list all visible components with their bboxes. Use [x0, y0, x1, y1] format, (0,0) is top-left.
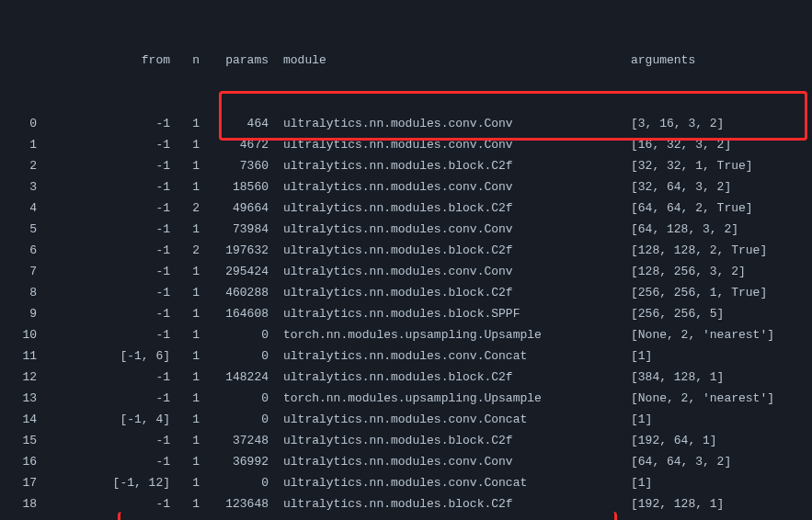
- cell-n: 1: [170, 409, 200, 430]
- cell-n: 2: [170, 240, 200, 261]
- cell-from: -1: [37, 430, 170, 451]
- cell-index: 10: [11, 324, 37, 345]
- table-row: 5-1173984ultralytics.nn.modules.conv.Con…: [11, 219, 801, 240]
- cell-n: 1: [170, 134, 200, 155]
- table-row: 4-1249664ultralytics.nn.modules.block.C2…: [11, 198, 801, 219]
- cell-params: 464: [200, 113, 269, 134]
- table-row: 19-11147712ultralytics.nn.modules.conv.C…: [11, 514, 801, 520]
- cell-module: torch.nn.modules.upsampling.Upsample: [269, 324, 631, 345]
- table-header-row: from n params module arguments: [11, 50, 801, 71]
- cell-module: ultralytics.nn.modules.block.C2f: [269, 430, 631, 451]
- cell-params: 0: [200, 324, 269, 345]
- cell-index: 16: [11, 451, 37, 472]
- col-header-n: n: [170, 50, 200, 71]
- cell-from: -1: [37, 134, 170, 155]
- cell-params: 0: [200, 345, 269, 367]
- cell-params: 36992: [200, 451, 269, 472]
- cell-index: 15: [11, 430, 37, 451]
- cell-args: [128, 128, 3, 2]: [631, 514, 801, 520]
- cell-args: [128, 256, 3, 2]: [631, 261, 801, 282]
- cell-index: 3: [11, 176, 37, 198]
- cell-args: [64, 128, 3, 2]: [631, 219, 801, 240]
- cell-from: -1: [37, 303, 170, 324]
- cell-n: 1: [170, 493, 200, 514]
- cell-args: [1]: [631, 409, 801, 430]
- col-header-module: module: [269, 50, 631, 71]
- cell-params: 164608: [200, 303, 269, 324]
- cell-params: 73984: [200, 219, 269, 240]
- table-row: 15-1137248ultralytics.nn.modules.block.C…: [11, 430, 801, 451]
- cell-n: 1: [170, 303, 200, 324]
- cell-args: [3, 16, 3, 2]: [631, 113, 801, 134]
- cell-from: -1: [37, 451, 170, 472]
- cell-params: 147712: [200, 514, 269, 520]
- cell-n: 1: [170, 261, 200, 282]
- cell-from: -1: [37, 388, 170, 409]
- cell-params: 197632: [200, 240, 269, 261]
- cell-index: 5: [11, 219, 37, 240]
- cell-module: ultralytics.nn.modules.block.C2f: [269, 282, 631, 303]
- cell-params: 295424: [200, 261, 269, 282]
- cell-args: [32, 32, 1, True]: [631, 155, 801, 176]
- cell-from: -1: [37, 240, 170, 261]
- cell-module: torch.nn.modules.upsampling.Upsample: [269, 388, 631, 409]
- cell-module: ultralytics.nn.modules.block.C2f: [269, 367, 631, 388]
- cell-args: [64, 64, 3, 2]: [631, 451, 801, 472]
- model-summary-table: from n params module arguments 0-11464ul…: [11, 7, 801, 520]
- cell-args: [384, 128, 1]: [631, 367, 801, 388]
- cell-from: -1: [37, 282, 170, 303]
- cell-args: [256, 256, 1, True]: [631, 282, 801, 303]
- cell-module: ultralytics.nn.modules.conv.Conv: [269, 134, 631, 155]
- cell-args: [192, 128, 1]: [631, 493, 801, 514]
- cell-index: 6: [11, 240, 37, 261]
- cell-index: 0: [11, 113, 37, 134]
- cell-n: 1: [170, 472, 200, 493]
- cell-n: 1: [170, 430, 200, 451]
- cell-args: [None, 2, 'nearest']: [631, 324, 801, 345]
- table-row: 6-12197632ultralytics.nn.modules.block.C…: [11, 240, 801, 261]
- cell-from: -1: [37, 113, 170, 134]
- table-row: 7-11295424ultralytics.nn.modules.conv.Co…: [11, 261, 801, 282]
- cell-n: 1: [170, 388, 200, 409]
- cell-module: ultralytics.nn.modules.conv.Concat: [269, 472, 631, 493]
- cell-from: -1: [37, 219, 170, 240]
- table-row: 16-1136992ultralytics.nn.modules.conv.Co…: [11, 451, 801, 472]
- cell-index: 19: [11, 514, 37, 520]
- cell-from: -1: [37, 261, 170, 282]
- cell-module: ultralytics.nn.modules.block.C2f: [269, 240, 631, 261]
- cell-n: 1: [170, 367, 200, 388]
- cell-index: 14: [11, 409, 37, 430]
- cell-args: [192, 64, 1]: [631, 430, 801, 451]
- table-row: 14[-1, 4]10ultralytics.nn.modules.conv.C…: [11, 409, 801, 430]
- cell-module: ultralytics.nn.modules.conv.Conv: [269, 261, 631, 282]
- cell-module: ultralytics.nn.modules.block.C2f: [269, 493, 631, 514]
- cell-from: [-1, 4]: [37, 409, 170, 430]
- cell-params: 37248: [200, 430, 269, 451]
- cell-from: -1: [37, 367, 170, 388]
- table-row: 12-11148224ultralytics.nn.modules.block.…: [11, 367, 801, 388]
- table-row: 17[-1, 12]10ultralytics.nn.modules.conv.…: [11, 472, 801, 493]
- cell-module: ultralytics.nn.modules.conv.Conv: [269, 514, 631, 520]
- cell-module: ultralytics.nn.modules.block.SPPF: [269, 303, 631, 324]
- cell-n: 1: [170, 155, 200, 176]
- cell-index: 4: [11, 198, 37, 219]
- cell-module: ultralytics.nn.modules.block.C2f: [269, 155, 631, 176]
- cell-from: [-1, 6]: [37, 345, 170, 367]
- col-header-index: [11, 50, 37, 71]
- cell-params: 4672: [200, 134, 269, 155]
- cell-args: [32, 64, 3, 2]: [631, 176, 801, 198]
- table-row: 1-114672ultralytics.nn.modules.conv.Conv…: [11, 134, 801, 155]
- cell-args: [None, 2, 'nearest']: [631, 388, 801, 409]
- cell-n: 1: [170, 176, 200, 198]
- cell-params: 0: [200, 472, 269, 493]
- cell-module: ultralytics.nn.modules.conv.Concat: [269, 345, 631, 367]
- table-row: 11[-1, 6]10ultralytics.nn.modules.conv.C…: [11, 345, 801, 367]
- col-header-args: arguments: [631, 50, 801, 71]
- table-row: 8-11460288ultralytics.nn.modules.block.C…: [11, 282, 801, 303]
- cell-params: 148224: [200, 367, 269, 388]
- cell-n: 1: [170, 113, 200, 134]
- cell-index: 12: [11, 367, 37, 388]
- cell-n: 1: [170, 282, 200, 303]
- cell-n: 1: [170, 219, 200, 240]
- cell-n: 1: [170, 451, 200, 472]
